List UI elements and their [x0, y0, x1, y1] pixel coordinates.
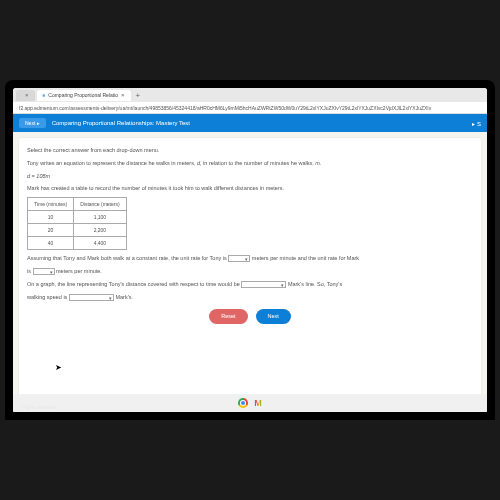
fill-line-4: walking speed is Mark's. — [27, 293, 473, 302]
prompt-2: Mark has created a table to record the n… — [27, 184, 473, 193]
next-button[interactable]: Next — [256, 309, 291, 324]
chrome-icon[interactable] — [238, 398, 248, 408]
header-right[interactable]: ▸ S — [472, 120, 481, 127]
browser-tab-bar: × eComparing Proportional Relatio× + — [13, 88, 487, 102]
app-header: Next ▸ Comparing Proportional Relationsh… — [13, 114, 487, 132]
fill-line-1: Assuming that Tony and Mark both walk at… — [27, 254, 473, 263]
fill-line-2: is meters per minute. — [27, 267, 473, 276]
dropdown-speed-compare[interactable] — [69, 294, 114, 301]
tab-1[interactable]: × — [16, 90, 35, 101]
dropdown-graph-compare[interactable] — [241, 281, 286, 288]
instruction: Select the correct answer from each drop… — [27, 146, 473, 155]
cursor-icon: ➤ — [55, 363, 62, 372]
table-row: 101,100 — [28, 211, 127, 224]
close-icon[interactable]: × — [121, 92, 125, 98]
table-row: 202,200 — [28, 224, 127, 237]
tab-2[interactable]: eComparing Proportional Relatio× — [37, 90, 131, 101]
table-row: 404,400 — [28, 237, 127, 250]
page-title: Comparing Proportional Relationships: Ma… — [52, 120, 190, 126]
th-distance: Distance (meters) — [74, 198, 126, 211]
fill-line-3: On a graph, the line representing Tony's… — [27, 280, 473, 289]
equation: d = 108m — [27, 172, 473, 181]
th-time: Time (minutes) — [28, 198, 74, 211]
url-bar[interactable]: f2.app.edmentum.com/assessments-delivery… — [13, 102, 487, 114]
reset-button[interactable]: Reset — [209, 309, 247, 324]
dropdown-tony-rate[interactable] — [228, 255, 250, 262]
new-tab-button[interactable]: + — [133, 91, 144, 100]
gmail-icon[interactable]: M — [254, 398, 262, 408]
question-panel: Select the correct answer from each drop… — [19, 138, 481, 396]
dropdown-mark-rate[interactable] — [33, 268, 55, 275]
prompt-1: Tony writes an equation to represent the… — [27, 159, 473, 168]
header-next-button[interactable]: Next ▸ — [19, 118, 46, 128]
data-table: Time (minutes)Distance (meters) 101,100 … — [27, 197, 127, 250]
close-icon[interactable]: × — [25, 92, 29, 98]
os-taskbar: M — [13, 394, 487, 412]
